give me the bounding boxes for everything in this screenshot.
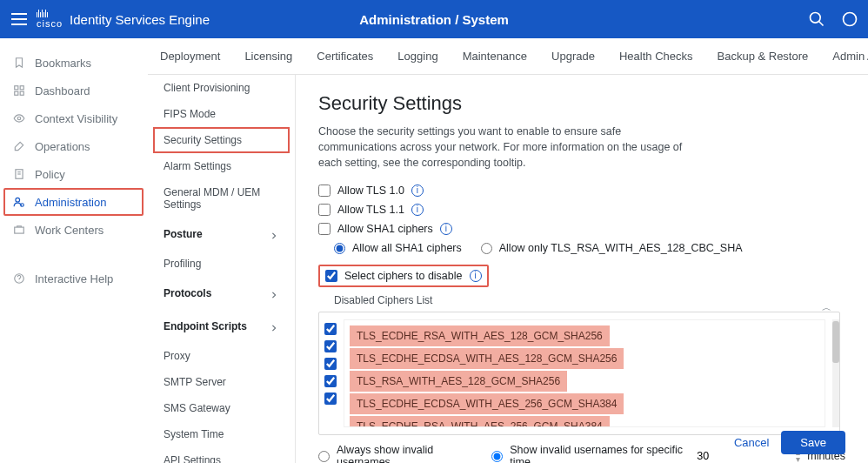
cipher-tag[interactable]: TLS_ECDHE_RSA_WITH_AES_128_GCM_SHA256 bbox=[350, 325, 610, 346]
subnav-item-posture[interactable]: Posture bbox=[148, 218, 295, 251]
tab-backup-restore[interactable]: Backup & Restore bbox=[705, 38, 821, 74]
tab-licensing[interactable]: Licensing bbox=[232, 38, 304, 74]
svg-point-10 bbox=[17, 117, 21, 120]
left-nav: BookmarksDashboardContext VisibilityOper… bbox=[0, 38, 148, 463]
svg-rect-8 bbox=[15, 91, 18, 95]
allow-sha1-checkbox[interactable] bbox=[318, 223, 331, 235]
allow-all-sha1-label: Allow all SHA1 ciphers bbox=[352, 242, 462, 254]
info-icon[interactable]: i bbox=[440, 223, 452, 235]
tab-deployment[interactable]: Deployment bbox=[148, 38, 232, 74]
disabled-ciphers-label: Disabled Ciphers List bbox=[334, 294, 845, 306]
save-button[interactable]: Save bbox=[781, 431, 845, 454]
select-ciphers-checkbox[interactable] bbox=[325, 270, 337, 282]
tab-upgrade[interactable]: Upgrade bbox=[539, 38, 607, 74]
chevron-right-icon bbox=[270, 322, 279, 331]
subnav-item-proxy[interactable]: Proxy bbox=[148, 343, 295, 369]
subnav-item-api-settings[interactable]: API Settings bbox=[148, 447, 295, 463]
page-content: Security Settings Choose the security se… bbox=[296, 75, 868, 463]
subnav-item-smtp-server[interactable]: SMTP Server bbox=[148, 369, 295, 395]
show-invalid-time-label: Show invalid usernames for specific time bbox=[510, 444, 686, 463]
info-icon[interactable]: i bbox=[411, 204, 424, 216]
cisco-logo: cisco bbox=[37, 10, 63, 29]
svg-point-3 bbox=[811, 13, 821, 23]
apps-icon[interactable] bbox=[840, 10, 859, 29]
dashboard-icon bbox=[12, 84, 26, 97]
cipher-checkbox-2[interactable] bbox=[324, 358, 337, 370]
svg-rect-16 bbox=[15, 227, 24, 233]
subnav-item-endpoint-scripts[interactable]: Endpoint Scripts bbox=[148, 310, 295, 343]
cipher-tag[interactable]: TLS_ECDHE_ECDSA_WITH_AES_128_GCM_SHA256 bbox=[350, 348, 624, 369]
menu-icon[interactable] bbox=[9, 9, 30, 30]
app-title: Identity Services Engine bbox=[70, 12, 210, 27]
policy-icon bbox=[12, 167, 26, 181]
svg-point-5 bbox=[844, 13, 857, 26]
page-description: Choose the security settings you want to… bbox=[318, 124, 692, 171]
subnav-item-profiling[interactable]: Profiling bbox=[148, 251, 295, 277]
allow-tls11-checkbox[interactable] bbox=[318, 204, 331, 216]
select-ciphers-label: Select ciphers to disable bbox=[344, 270, 463, 282]
sub-nav: Client ProvisioningFIPS ModeSecurity Set… bbox=[148, 75, 296, 463]
svg-line-4 bbox=[819, 22, 824, 26]
chevron-right-icon bbox=[270, 289, 279, 298]
breadcrumb: Administration / System bbox=[359, 12, 509, 27]
leftnav-item-work-centers[interactable]: Work Centers bbox=[0, 216, 147, 244]
allow-sha1-label: Allow SHA1 ciphers bbox=[337, 223, 433, 235]
search-icon[interactable] bbox=[807, 10, 826, 29]
help-icon bbox=[12, 272, 26, 285]
subnav-item-alarm-settings[interactable]: Alarm Settings bbox=[148, 153, 295, 179]
leftnav-item-dashboard[interactable]: Dashboard bbox=[0, 77, 147, 104]
cipher-checkbox-1[interactable] bbox=[324, 340, 337, 352]
subnav-item-sms-gateway[interactable]: SMS Gateway bbox=[148, 395, 295, 421]
info-icon[interactable]: i bbox=[411, 185, 424, 197]
cancel-button[interactable]: Cancel bbox=[734, 436, 769, 449]
cipher-tag[interactable]: TLS_ECDHE_RSA_WITH_AES_256_GCM_SHA384 bbox=[350, 416, 610, 427]
subnav-item-system-time[interactable]: System Time bbox=[148, 421, 295, 447]
page-title: Security Settings bbox=[318, 92, 845, 115]
workcenters-icon bbox=[12, 223, 26, 237]
leftnav-item-administration[interactable]: Administration bbox=[3, 188, 144, 216]
always-show-invalid-label: Always show invalid usernames bbox=[337, 444, 475, 463]
allow-tls10-checkbox[interactable] bbox=[318, 185, 331, 197]
leftnav-item-operations[interactable]: Operations bbox=[0, 132, 147, 160]
bookmark-icon bbox=[12, 56, 26, 70]
scrollbar[interactable] bbox=[832, 319, 839, 427]
subnav-item-protocols[interactable]: Protocols bbox=[148, 277, 295, 310]
leftnav-item-policy[interactable]: Policy bbox=[0, 160, 147, 188]
tab-health-checks[interactable]: Health Checks bbox=[607, 38, 705, 74]
allow-all-sha1-radio[interactable] bbox=[334, 243, 345, 254]
cipher-list-box: TLS_ECDHE_RSA_WITH_AES_128_GCM_SHA256TLS… bbox=[318, 312, 840, 435]
allow-tls11-label: Allow TLS 1.1 bbox=[337, 204, 404, 216]
svg-point-15 bbox=[21, 204, 24, 207]
cipher-checkbox-4[interactable] bbox=[324, 393, 337, 405]
cipher-tag[interactable]: TLS_RSA_WITH_AES_128_GCM_SHA256 bbox=[350, 371, 567, 392]
tab-bar: DeploymentLicensingCertificatesLoggingMa… bbox=[148, 38, 868, 75]
tab-certificates[interactable]: Certificates bbox=[304, 38, 385, 74]
cipher-tags: TLS_ECDHE_RSA_WITH_AES_128_GCM_SHA256TLS… bbox=[344, 319, 825, 427]
svg-rect-9 bbox=[20, 91, 23, 95]
leftnav-item-bookmarks[interactable]: Bookmarks bbox=[0, 49, 147, 77]
visibility-icon bbox=[12, 111, 26, 125]
cipher-checkbox-0[interactable] bbox=[324, 323, 337, 335]
tab-logging[interactable]: Logging bbox=[385, 38, 450, 74]
allow-tls10-label: Allow TLS 1.0 bbox=[337, 185, 404, 197]
svg-rect-7 bbox=[20, 86, 23, 90]
allow-only-tls-radio[interactable] bbox=[481, 243, 492, 254]
allow-only-tls-label: Allow only TLS_RSA_WITH_AES_128_CBC_SHA bbox=[499, 242, 743, 254]
cipher-checkbox-3[interactable] bbox=[324, 375, 337, 387]
always-show-invalid-radio[interactable] bbox=[318, 451, 330, 462]
svg-point-14 bbox=[16, 198, 20, 202]
leftnav-item-interactive-help[interactable]: Interactive Help bbox=[0, 265, 147, 292]
leftnav-item-context-visibility[interactable]: Context Visibility bbox=[0, 104, 147, 132]
show-invalid-time-radio[interactable] bbox=[491, 451, 503, 462]
chevron-right-icon bbox=[270, 230, 279, 238]
tab-admin-access[interactable]: Admin Access bbox=[820, 38, 868, 74]
tab-maintenance[interactable]: Maintenance bbox=[451, 38, 539, 74]
top-bar: cisco Identity Services Engine Administr… bbox=[0, 0, 868, 38]
subnav-item-fips-mode[interactable]: FIPS Mode bbox=[148, 101, 295, 127]
subnav-item-client-provisioning[interactable]: Client Provisioning bbox=[148, 75, 295, 101]
info-icon[interactable]: i bbox=[470, 270, 482, 282]
cipher-tag[interactable]: TLS_ECDHE_ECDSA_WITH_AES_256_GCM_SHA384 bbox=[350, 393, 624, 414]
svg-rect-6 bbox=[15, 86, 18, 90]
subnav-item-general-mdm-uem-settings[interactable]: General MDM / UEM Settings bbox=[148, 179, 295, 218]
subnav-item-security-settings[interactable]: Security Settings bbox=[153, 127, 290, 153]
